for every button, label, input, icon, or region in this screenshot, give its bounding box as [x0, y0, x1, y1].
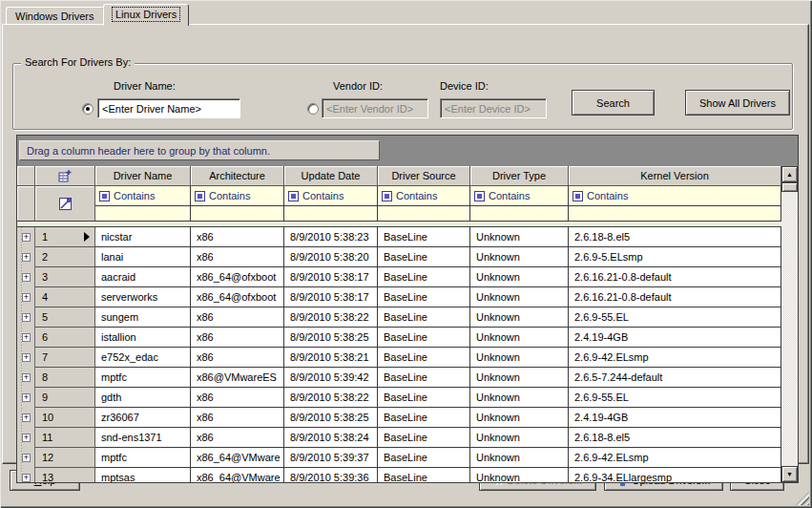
- cell-kernel-version[interactable]: 2.6.9-42.ELsmp: [569, 448, 781, 468]
- row-number-cell[interactable]: 11: [35, 428, 95, 448]
- cell-kernel-version[interactable]: 2.6.18-8.el5: [569, 227, 781, 247]
- cell-driver-name[interactable]: snd-ens1371: [95, 428, 191, 448]
- expand-plus-icon[interactable]: +: [22, 474, 31, 482]
- cell-driver-type[interactable]: Unknown: [470, 287, 569, 307]
- cell-driver-type[interactable]: Unknown: [470, 307, 569, 328]
- tab-linux-drivers[interactable]: Linux Drivers: [103, 4, 189, 26]
- expand-plus-icon[interactable]: +: [22, 313, 31, 322]
- row-number-cell[interactable]: 6: [35, 328, 95, 348]
- cell-kernel-version[interactable]: 2.6.9-34.ELlargesmp: [569, 468, 781, 482]
- filter-input-driver-type[interactable]: [470, 206, 568, 221]
- cell-update-date[interactable]: 8/9/2010 5:39:37: [284, 448, 378, 468]
- header-indicator-cell[interactable]: [35, 166, 95, 186]
- column-header-kernel-version[interactable]: Kernel Version: [569, 166, 781, 186]
- cell-driver-source[interactable]: BaseLine: [378, 388, 470, 408]
- cell-kernel-version[interactable]: 2.6.9-55.EL: [569, 388, 781, 408]
- cell-driver-name[interactable]: lanai: [95, 247, 191, 267]
- cell-driver-name[interactable]: zr36067: [95, 408, 191, 428]
- cell-kernel-version[interactable]: 2.6.9-5.ELsmp: [569, 247, 781, 267]
- filter-input-kernel-version[interactable]: [569, 206, 781, 221]
- scrollbar-thumb[interactable]: [781, 182, 798, 192]
- cell-update-date[interactable]: 8/9/2010 5:38:24: [284, 428, 378, 448]
- column-header-driver-source[interactable]: Driver Source: [378, 166, 470, 186]
- cell-driver-source[interactable]: BaseLine: [378, 307, 470, 328]
- table-row[interactable]: + 9 gdth x86 8/9/2010 5:38:22 BaseLine U…: [17, 388, 781, 408]
- show-all-drivers-button[interactable]: Show All Drivers: [685, 90, 790, 116]
- expand-plus-icon[interactable]: +: [22, 454, 31, 462]
- table-row[interactable]: + 7 e752x_edac x86 8/9/2010 5:38:21 Base…: [17, 348, 781, 368]
- row-number-cell[interactable]: 4: [35, 287, 95, 307]
- row-number-cell[interactable]: 13: [35, 468, 95, 482]
- table-row[interactable]: + 12 mptfc x86_64@VMware 8/9/2010 5:39:3…: [17, 448, 781, 468]
- filter-input-driver-name[interactable]: [95, 206, 190, 221]
- expand-plus-icon[interactable]: +: [22, 353, 31, 362]
- cell-driver-name[interactable]: aacraid: [95, 267, 191, 287]
- search-button[interactable]: Search: [572, 90, 655, 116]
- cell-kernel-version[interactable]: 2.6.16.21-0.8-default: [569, 287, 781, 307]
- filter-operator-icon[interactable]: [474, 191, 485, 201]
- cell-kernel-version[interactable]: 2.6.16.21-0.8-default: [569, 267, 781, 287]
- cell-driver-source[interactable]: BaseLine: [378, 428, 470, 448]
- cell-driver-source[interactable]: BaseLine: [378, 448, 470, 468]
- table-row[interactable]: + 8 mptfc x86@VMwareES 8/9/2010 5:39:42 …: [17, 368, 781, 388]
- cell-driver-source[interactable]: BaseLine: [378, 267, 470, 287]
- cell-kernel-version[interactable]: 2.6.5-7.244-default: [569, 368, 781, 388]
- cell-kernel-version[interactable]: 2.6.18-8.el5: [569, 428, 781, 448]
- vertical-scrollbar[interactable]: ▲ ▼: [781, 166, 798, 482]
- cell-architecture[interactable]: x86: [191, 408, 284, 428]
- cell-update-date[interactable]: 8/9/2010 5:38:22: [284, 307, 378, 328]
- expand-plus-icon[interactable]: +: [22, 253, 31, 262]
- cell-driver-source[interactable]: BaseLine: [378, 328, 470, 348]
- filter-cell-kernel-version[interactable]: Contains: [569, 186, 781, 221]
- table-row[interactable]: + 5 sungem x86 8/9/2010 5:38:22 BaseLine…: [17, 307, 781, 328]
- cell-update-date[interactable]: 8/9/2010 5:38:21: [284, 348, 378, 368]
- cell-driver-name[interactable]: mptfc: [95, 368, 191, 388]
- tab-windows-drivers[interactable]: Windows Drivers: [6, 7, 104, 25]
- filter-operator-icon[interactable]: [382, 191, 392, 201]
- table-row[interactable]: + 13 mptsas x86_64@VMware 8/9/2010 5:39:…: [17, 468, 781, 482]
- filter-cell-update-date[interactable]: Contains: [284, 186, 378, 221]
- row-number-cell[interactable]: 5: [35, 307, 95, 328]
- cell-driver-name[interactable]: e752x_edac: [95, 348, 191, 368]
- cell-kernel-version[interactable]: 2.4.19-4GB: [569, 328, 781, 348]
- column-header-driver-type[interactable]: Driver Type: [470, 166, 569, 186]
- row-number-cell[interactable]: 3: [35, 267, 95, 287]
- filter-operator-icon[interactable]: [573, 191, 583, 201]
- cell-driver-source[interactable]: BaseLine: [378, 408, 470, 428]
- cell-driver-type[interactable]: Unknown: [470, 468, 569, 482]
- filter-operator-icon[interactable]: [195, 191, 205, 201]
- cell-driver-name[interactable]: istallion: [95, 328, 191, 348]
- cell-update-date[interactable]: 8/9/2010 5:39:36: [284, 468, 378, 482]
- expand-plus-icon[interactable]: +: [22, 333, 31, 342]
- cell-driver-type[interactable]: Unknown: [470, 408, 569, 428]
- filter-cell-driver-type[interactable]: Contains: [470, 186, 569, 221]
- cell-architecture[interactable]: x86: [191, 328, 284, 348]
- cell-driver-source[interactable]: BaseLine: [378, 348, 470, 368]
- cell-update-date[interactable]: 8/9/2010 5:38:17: [284, 267, 378, 287]
- driver-name-radio[interactable]: [82, 103, 94, 115]
- cell-driver-name[interactable]: gdth: [95, 388, 191, 408]
- cell-driver-source[interactable]: BaseLine: [378, 368, 470, 388]
- driver-name-input[interactable]: [97, 98, 240, 118]
- cell-driver-source[interactable]: BaseLine: [378, 227, 470, 247]
- filter-input-architecture[interactable]: [191, 206, 283, 221]
- cell-architecture[interactable]: x86_64@ofxboot: [191, 287, 284, 307]
- filter-input-update-date[interactable]: [284, 206, 377, 221]
- cell-driver-type[interactable]: Unknown: [470, 448, 569, 468]
- row-number-cell[interactable]: 1: [35, 227, 95, 247]
- cell-driver-source[interactable]: BaseLine: [378, 287, 470, 307]
- scroll-up-icon[interactable]: ▲: [781, 166, 798, 182]
- cell-architecture[interactable]: x86_64@ofxboot: [191, 267, 284, 287]
- expand-plus-icon[interactable]: +: [22, 373, 31, 382]
- table-row[interactable]: + 4 serverworks x86_64@ofxboot 8/9/2010 …: [17, 287, 781, 307]
- cell-update-date[interactable]: 8/9/2010 5:39:42: [284, 368, 378, 388]
- cell-driver-source[interactable]: BaseLine: [378, 247, 470, 267]
- cell-architecture[interactable]: x86: [191, 227, 284, 247]
- resize-grip[interactable]: [796, 492, 809, 505]
- cell-update-date[interactable]: 8/9/2010 5:38:23: [284, 227, 378, 247]
- cell-update-date[interactable]: 8/9/2010 5:38:20: [284, 247, 378, 267]
- filter-input-driver-source[interactable]: [378, 206, 469, 221]
- table-row[interactable]: + 2 lanai x86 8/9/2010 5:38:20 BaseLine …: [17, 247, 781, 267]
- group-by-panel[interactable]: Drag a column header here to group by th…: [17, 136, 798, 166]
- row-number-cell[interactable]: 2: [35, 247, 95, 267]
